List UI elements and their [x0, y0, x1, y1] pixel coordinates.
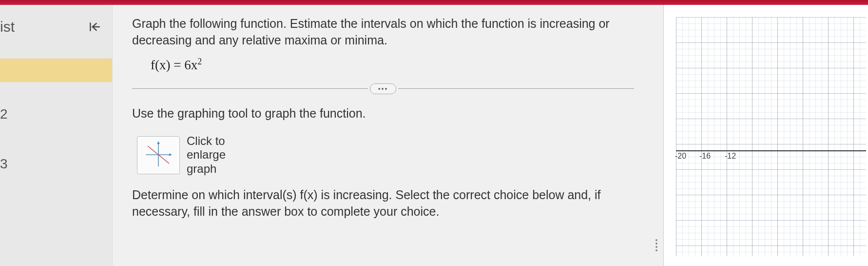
sidebar: ist 2 3: [0, 5, 112, 266]
question-formula: f(x) = 6x2: [151, 57, 649, 73]
graph-panel: -20 -16 -12: [663, 5, 868, 266]
title-bar: [0, 0, 868, 5]
sidebar-item-2[interactable]: 2: [0, 97, 112, 132]
svg-rect-8: [676, 17, 866, 256]
sidebar-header: ist: [0, 12, 112, 46]
more-button[interactable]: •••: [370, 83, 397, 94]
x-tick-neg12: -12: [725, 152, 736, 161]
sidebar-title: ist: [0, 19, 15, 35]
svg-marker-5: [157, 141, 160, 144]
formula-base: f(x) = 6x: [151, 58, 197, 72]
svg-marker-6: [169, 153, 172, 156]
graph-tool-row: Click to enlarge graph: [137, 134, 649, 176]
scroll-handle[interactable]: [656, 239, 657, 251]
x-tick-neg16: -16: [699, 152, 711, 161]
graph-instruction: Use the graphing tool to graph the funct…: [132, 106, 649, 121]
main-layout: ist 2 3 Graph the following function. Es…: [0, 5, 868, 266]
collapse-icon[interactable]: [87, 19, 102, 35]
graph-axes-icon: [143, 140, 174, 170]
divider: •••: [132, 83, 634, 94]
question-prompt: Graph the following function. Estimate t…: [132, 16, 629, 49]
enlarge-graph-label: Click to enlarge graph: [187, 134, 226, 176]
sidebar-item-active[interactable]: [0, 59, 112, 82]
formula-exponent: 2: [197, 57, 202, 66]
determine-question: Determine on which interval(s) f(x) is i…: [132, 187, 629, 220]
x-tick-neg20: -20: [675, 152, 686, 161]
content-area: Graph the following function. Estimate t…: [112, 5, 663, 266]
sidebar-item-3[interactable]: 3: [0, 146, 112, 182]
grid-icon: [676, 17, 866, 256]
divider-line-right: [398, 88, 634, 89]
graph-grid[interactable]: -20 -16 -12: [676, 17, 866, 256]
divider-line-left: [132, 88, 368, 89]
enlarge-graph-button[interactable]: [137, 136, 180, 174]
